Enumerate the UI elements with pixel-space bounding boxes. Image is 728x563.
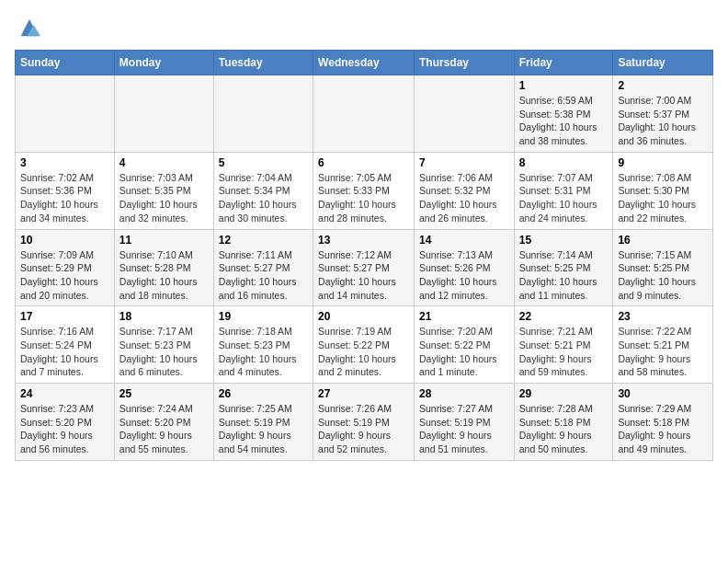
calendar-cell: 17Sunrise: 7:16 AM Sunset: 5:24 PM Dayli…: [16, 306, 115, 384]
calendar-cell: 11Sunrise: 7:10 AM Sunset: 5:28 PM Dayli…: [114, 229, 213, 306]
day-number: 7: [419, 156, 509, 169]
calendar-cell: 16Sunrise: 7:15 AM Sunset: 5:25 PM Dayli…: [613, 229, 713, 306]
day-number: 28: [419, 387, 509, 400]
day-info: Sunrise: 7:02 AM Sunset: 5:36 PM Dayligh…: [20, 171, 109, 225]
day-info: Sunrise: 7:05 AM Sunset: 5:33 PM Dayligh…: [318, 171, 409, 225]
day-number: 27: [318, 387, 409, 400]
calendar-cell: 23Sunrise: 7:22 AM Sunset: 5:21 PM Dayli…: [613, 306, 713, 384]
calendar-cell: 14Sunrise: 7:13 AM Sunset: 5:26 PM Dayli…: [414, 229, 514, 306]
day-info: Sunrise: 7:19 AM Sunset: 5:22 PM Dayligh…: [318, 325, 409, 379]
page-header: [15, 15, 713, 40]
day-info: Sunrise: 7:23 AM Sunset: 5:20 PM Dayligh…: [20, 402, 109, 456]
calendar-cell: 26Sunrise: 7:25 AM Sunset: 5:19 PM Dayli…: [213, 384, 313, 461]
calendar-cell: 18Sunrise: 7:17 AM Sunset: 5:23 PM Dayli…: [114, 306, 213, 384]
day-number: 5: [219, 156, 308, 169]
day-number: 2: [618, 79, 708, 92]
day-number: 30: [618, 387, 708, 400]
calendar-cell: 28Sunrise: 7:27 AM Sunset: 5:19 PM Dayli…: [414, 384, 514, 461]
calendar-cell: 6Sunrise: 7:05 AM Sunset: 5:33 PM Daylig…: [313, 152, 415, 229]
day-info: Sunrise: 7:13 AM Sunset: 5:26 PM Dayligh…: [419, 248, 509, 303]
calendar-cell: 2Sunrise: 7:00 AM Sunset: 5:37 PM Daylig…: [613, 75, 713, 153]
day-number: 6: [318, 156, 409, 169]
day-info: Sunrise: 7:07 AM Sunset: 5:31 PM Dayligh…: [519, 171, 609, 225]
calendar-row-1: 3Sunrise: 7:02 AM Sunset: 5:36 PM Daylig…: [16, 152, 713, 229]
calendar-cell: 3Sunrise: 7:02 AM Sunset: 5:36 PM Daylig…: [16, 152, 115, 229]
calendar-cell: 15Sunrise: 7:14 AM Sunset: 5:25 PM Dayli…: [514, 229, 613, 306]
weekday-header-monday: Monday: [114, 51, 213, 75]
day-number: 19: [219, 310, 308, 323]
day-info: Sunrise: 7:25 AM Sunset: 5:19 PM Dayligh…: [219, 402, 308, 456]
day-info: Sunrise: 7:22 AM Sunset: 5:21 PM Dayligh…: [618, 325, 708, 379]
weekday-header-sunday: Sunday: [16, 51, 115, 75]
weekday-header-tuesday: Tuesday: [213, 51, 313, 75]
calendar-cell: 20Sunrise: 7:19 AM Sunset: 5:22 PM Dayli…: [313, 306, 415, 384]
calendar-cell: 7Sunrise: 7:06 AM Sunset: 5:32 PM Daylig…: [414, 152, 514, 229]
day-number: 29: [519, 387, 609, 400]
calendar-cell: 5Sunrise: 7:04 AM Sunset: 5:34 PM Daylig…: [213, 152, 313, 229]
calendar-cell: 8Sunrise: 7:07 AM Sunset: 5:31 PM Daylig…: [514, 152, 613, 229]
day-number: 17: [20, 310, 109, 323]
day-number: 3: [20, 156, 109, 169]
weekday-header-row: SundayMondayTuesdayWednesdayThursdayFrid…: [16, 51, 713, 75]
calendar-cell: 27Sunrise: 7:26 AM Sunset: 5:19 PM Dayli…: [313, 384, 415, 461]
calendar-cell: 24Sunrise: 7:23 AM Sunset: 5:20 PM Dayli…: [16, 384, 115, 461]
day-number: 11: [119, 234, 209, 247]
calendar-cell: 1Sunrise: 6:59 AM Sunset: 5:38 PM Daylig…: [514, 75, 613, 153]
day-info: Sunrise: 7:29 AM Sunset: 5:18 PM Dayligh…: [618, 402, 708, 456]
weekday-header-thursday: Thursday: [414, 51, 514, 75]
calendar-cell: 10Sunrise: 7:09 AM Sunset: 5:29 PM Dayli…: [16, 229, 115, 306]
day-info: Sunrise: 7:10 AM Sunset: 5:28 PM Dayligh…: [119, 248, 209, 303]
day-number: 20: [318, 310, 409, 323]
day-number: 9: [618, 156, 708, 169]
day-info: Sunrise: 7:21 AM Sunset: 5:21 PM Dayligh…: [519, 325, 609, 379]
day-info: Sunrise: 7:12 AM Sunset: 5:27 PM Dayligh…: [318, 248, 409, 303]
day-number: 15: [519, 234, 609, 247]
day-info: Sunrise: 7:24 AM Sunset: 5:20 PM Dayligh…: [119, 402, 209, 456]
day-info: Sunrise: 7:11 AM Sunset: 5:27 PM Dayligh…: [219, 248, 308, 303]
logo: [15, 15, 42, 40]
day-info: Sunrise: 7:28 AM Sunset: 5:18 PM Dayligh…: [519, 402, 609, 456]
day-info: Sunrise: 7:06 AM Sunset: 5:32 PM Dayligh…: [419, 171, 509, 225]
calendar-cell: 25Sunrise: 7:24 AM Sunset: 5:20 PM Dayli…: [114, 384, 213, 461]
weekday-header-friday: Friday: [514, 51, 613, 75]
day-number: 23: [618, 310, 708, 323]
day-number: 8: [519, 156, 609, 169]
day-number: 12: [219, 234, 308, 247]
calendar-row-0: 1Sunrise: 6:59 AM Sunset: 5:38 PM Daylig…: [16, 75, 713, 153]
day-info: Sunrise: 7:27 AM Sunset: 5:19 PM Dayligh…: [419, 402, 509, 456]
calendar-cell: 30Sunrise: 7:29 AM Sunset: 5:18 PM Dayli…: [613, 384, 713, 461]
day-number: 10: [20, 234, 109, 247]
calendar-row-3: 17Sunrise: 7:16 AM Sunset: 5:24 PM Dayli…: [16, 306, 713, 384]
day-number: 24: [20, 387, 109, 400]
calendar-cell: 9Sunrise: 7:08 AM Sunset: 5:30 PM Daylig…: [613, 152, 713, 229]
weekday-header-wednesday: Wednesday: [313, 51, 415, 75]
day-info: Sunrise: 7:08 AM Sunset: 5:30 PM Dayligh…: [618, 171, 708, 225]
day-info: Sunrise: 7:17 AM Sunset: 5:23 PM Dayligh…: [119, 325, 209, 379]
day-info: Sunrise: 7:00 AM Sunset: 5:37 PM Dayligh…: [618, 94, 708, 148]
calendar-cell: 4Sunrise: 7:03 AM Sunset: 5:35 PM Daylig…: [114, 152, 213, 229]
day-number: 18: [119, 310, 209, 323]
calendar-cell: 19Sunrise: 7:18 AM Sunset: 5:23 PM Dayli…: [213, 306, 313, 384]
logo-icon: [17, 15, 42, 40]
day-info: Sunrise: 7:26 AM Sunset: 5:19 PM Dayligh…: [318, 402, 409, 456]
calendar-row-4: 24Sunrise: 7:23 AM Sunset: 5:20 PM Dayli…: [16, 384, 713, 461]
day-info: Sunrise: 7:16 AM Sunset: 5:24 PM Dayligh…: [20, 325, 109, 379]
day-number: 21: [419, 310, 509, 323]
day-info: Sunrise: 7:18 AM Sunset: 5:23 PM Dayligh…: [219, 325, 308, 379]
calendar-cell: [414, 75, 514, 153]
day-info: Sunrise: 7:09 AM Sunset: 5:29 PM Dayligh…: [20, 248, 109, 303]
calendar-cell: [313, 75, 415, 153]
calendar-cell: [114, 75, 213, 153]
calendar-cell: 21Sunrise: 7:20 AM Sunset: 5:22 PM Dayli…: [414, 306, 514, 384]
day-info: Sunrise: 7:20 AM Sunset: 5:22 PM Dayligh…: [419, 325, 509, 379]
day-info: Sunrise: 6:59 AM Sunset: 5:38 PM Dayligh…: [519, 94, 609, 148]
day-number: 1: [519, 79, 609, 92]
day-number: 4: [119, 156, 209, 169]
calendar-cell: [213, 75, 313, 153]
calendar-cell: 29Sunrise: 7:28 AM Sunset: 5:18 PM Dayli…: [514, 384, 613, 461]
day-number: 13: [318, 234, 409, 247]
calendar-cell: 13Sunrise: 7:12 AM Sunset: 5:27 PM Dayli…: [313, 229, 415, 306]
calendar-cell: 22Sunrise: 7:21 AM Sunset: 5:21 PM Dayli…: [514, 306, 613, 384]
day-number: 22: [519, 310, 609, 323]
day-number: 16: [618, 234, 708, 247]
